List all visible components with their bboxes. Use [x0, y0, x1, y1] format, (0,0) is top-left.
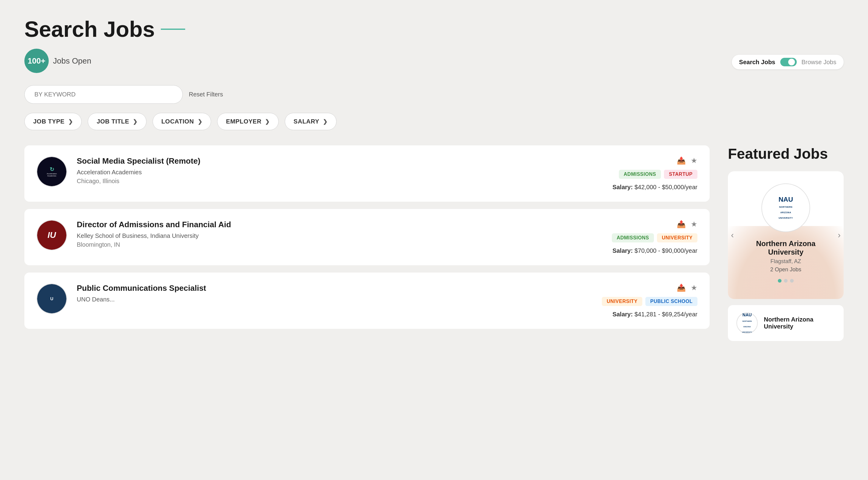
- featured-carousel: ‹ NAU NORTHERNARIZONAUNIVERSITY Northern…: [728, 171, 844, 299]
- job-location-2: Bloomington, IN: [77, 241, 602, 248]
- job-salary-2: Salary: $70,000 - $90,000/year: [613, 247, 698, 254]
- job-tag: ADMISSIONS: [619, 170, 661, 179]
- featured-open-jobs: 2 Open Jobs: [740, 267, 832, 273]
- chevron-icon: ❯: [68, 118, 73, 125]
- job-tag: PUBLIC SCHOOL: [645, 297, 698, 306]
- mini-featured-card[interactable]: NAU NORTHERNARIZONAUNIVERSITY Northern A…: [728, 305, 844, 341]
- job-info-2: Director of Admissions and Financial Aid…: [77, 220, 602, 248]
- share-icon[interactable]: 📤: [677, 283, 686, 292]
- job-card-2[interactable]: IU Director of Admissions and Financial …: [24, 209, 710, 265]
- featured-employer-logo: NAU NORTHERNARIZONAUNIVERSITY: [762, 183, 810, 232]
- company-name-2: Kelley School of Business, Indiana Unive…: [77, 232, 602, 239]
- keyword-search-input[interactable]: [24, 85, 183, 104]
- job-title-1: Social Media Specialist (Remote): [77, 156, 603, 166]
- job-info-3: Public Communications Specialist UNO Dea…: [77, 283, 592, 305]
- browse-jobs-toggle-label: Browse Jobs: [802, 59, 837, 66]
- jobs-open-label: Jobs Open: [53, 56, 91, 66]
- jobs-open-count-badge: 100+: [24, 49, 49, 73]
- jobs-open-count: 100+: [28, 56, 46, 66]
- job-tags-3: UNIVERSITYPUBLIC SCHOOL: [602, 297, 698, 306]
- company-name-1: Acceleration Academies: [77, 169, 603, 176]
- filters-row: JOB TYPE❯JOB TITLE❯LOCATION❯EMPLOYER❯SAL…: [24, 113, 844, 130]
- job-tag: ADMISSIONS: [612, 233, 654, 242]
- page-header: Search Jobs 100+ Jobs Open Search Jobs B…: [24, 18, 844, 73]
- job-location-1: Chicago, Illinois: [77, 178, 603, 185]
- page-title-text: Search Jobs: [24, 18, 155, 40]
- carousel-next-button[interactable]: ›: [838, 230, 841, 240]
- carousel-dot-3[interactable]: [790, 279, 794, 283]
- job-card-1[interactable]: ↻ AccelerationAcademies Social Media Spe…: [24, 145, 710, 202]
- filter-btn-salary[interactable]: SALARY❯: [285, 113, 337, 130]
- job-card-3[interactable]: U Public Communications Specialist UNO D…: [24, 273, 710, 329]
- filter-btn-job-title[interactable]: JOB TITLE❯: [88, 113, 146, 130]
- job-salary-1: Salary: $42,000 - $50,000/year: [613, 184, 698, 191]
- job-tag: UNIVERSITY: [602, 297, 642, 306]
- featured-title: Featured Jobs: [728, 145, 844, 162]
- carousel-prev-button[interactable]: ‹: [731, 230, 734, 240]
- job-actions-2: 📤 ★: [677, 220, 698, 229]
- carousel-dots: [740, 279, 832, 290]
- job-salary-3: Salary: $41,281 - $69,254/year: [613, 311, 698, 318]
- toggle-knob: [788, 59, 795, 65]
- job-title-2: Director of Admissions and Financial Aid: [77, 220, 602, 229]
- job-tag: UNIVERSITY: [657, 233, 698, 242]
- chevron-icon: ❯: [198, 118, 203, 125]
- job-actions-3: 📤 ★: [677, 283, 698, 292]
- job-right-1: 📤 ★ ADMISSIONSSTARTUP Salary: $42,000 - …: [613, 156, 698, 191]
- company-logo-2: IU: [36, 220, 67, 250]
- main-content: ↻ AccelerationAcademies Social Media Spe…: [24, 145, 844, 341]
- jobs-open-badge: 100+ Jobs Open: [24, 49, 185, 73]
- title-section: Search Jobs 100+ Jobs Open: [24, 18, 185, 73]
- reset-filters-button[interactable]: Reset Filters: [189, 91, 223, 98]
- title-decorative-line: [161, 29, 185, 30]
- search-section: Reset Filters: [24, 85, 844, 104]
- job-title-3: Public Communications Specialist: [77, 283, 592, 293]
- chevron-icon: ❯: [265, 118, 270, 125]
- bookmark-icon[interactable]: ★: [691, 220, 698, 229]
- search-jobs-toggle-label: Search Jobs: [739, 59, 775, 66]
- mini-nau-logo: NAU NORTHERNARIZONAUNIVERSITY: [742, 312, 752, 334]
- job-right-3: 📤 ★ UNIVERSITYPUBLIC SCHOOL Salary: $41,…: [602, 283, 698, 318]
- nau-logo: NAU NORTHERNARIZONAUNIVERSITY: [778, 196, 793, 220]
- job-listings: ↻ AccelerationAcademies Social Media Spe…: [24, 145, 710, 341]
- job-actions-1: 📤 ★: [677, 156, 698, 165]
- carousel-dot-1[interactable]: [778, 279, 781, 283]
- job-right-2: 📤 ★ ADMISSIONSUNIVERSITY Salary: $70,000…: [612, 220, 698, 254]
- page-title: Search Jobs: [24, 18, 185, 40]
- bookmark-icon[interactable]: ★: [691, 156, 698, 165]
- job-info-1: Social Media Specialist (Remote) Acceler…: [77, 156, 603, 185]
- filter-btn-location[interactable]: LOCATION❯: [153, 113, 211, 130]
- company-name-3: UNO Deans...: [77, 296, 592, 303]
- share-icon[interactable]: 📤: [677, 156, 686, 165]
- job-tags-2: ADMISSIONSUNIVERSITY: [612, 233, 698, 242]
- featured-section: Featured Jobs ‹ NAU NORTHERNARIZONAUNIVE…: [728, 145, 844, 341]
- filter-btn-job-type[interactable]: JOB TYPE❯: [24, 113, 82, 130]
- filter-btn-employer[interactable]: EMPLOYER❯: [217, 113, 279, 130]
- chevron-icon: ❯: [133, 118, 138, 125]
- carousel-dot-2[interactable]: [784, 279, 787, 283]
- view-toggle-container[interactable]: Search Jobs Browse Jobs: [732, 55, 844, 69]
- toggle-switch[interactable]: [780, 58, 797, 66]
- job-tags-1: ADMISSIONSSTARTUP: [619, 170, 698, 179]
- featured-employer-name: Northern Arizona University: [740, 239, 832, 256]
- company-logo-3: U: [36, 283, 67, 314]
- featured-employer-location: Flagstaff, AZ: [740, 258, 832, 265]
- mini-featured-employer-name: Northern Arizona University: [764, 316, 835, 330]
- chevron-icon: ❯: [323, 118, 328, 125]
- mini-featured-logo: NAU NORTHERNARIZONAUNIVERSITY: [737, 312, 758, 334]
- bookmark-icon[interactable]: ★: [691, 283, 698, 292]
- share-icon[interactable]: 📤: [677, 220, 686, 229]
- job-tag: STARTUP: [664, 170, 698, 179]
- company-logo-1: ↻ AccelerationAcademies: [36, 156, 67, 187]
